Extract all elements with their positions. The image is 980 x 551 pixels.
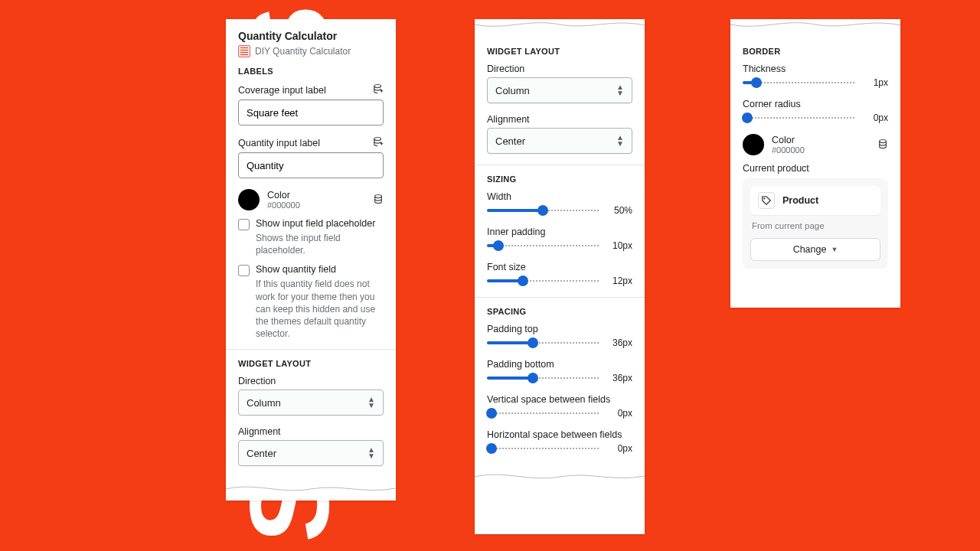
alignment-select[interactable]: Center ▲▼ [487,128,632,154]
corner-radius-slider[interactable]: Corner radius 0px [743,99,888,123]
settings-panel-layout: WIDGET LAYOUT Direction Column ▲▼ Alignm… [475,19,645,534]
chevron-updown-icon: ▲▼ [368,447,375,459]
section-sizing: SIZING [487,174,632,184]
dynamic-source-icon[interactable] [373,136,384,149]
coverage-input[interactable] [238,99,384,126]
color-swatch [238,189,260,210]
product-source-card: Product From current page Change ▼ [743,178,888,269]
svg-point-4 [763,197,765,199]
svg-point-2 [375,194,382,197]
direction-label: Direction [238,376,384,386]
horizontal-space-slider[interactable]: Horizontal space between fields 0px [487,429,632,454]
divider [475,297,645,298]
alignment-value: Center [495,135,525,147]
chevron-updown-icon: ▲▼ [616,84,624,96]
product-row: Product [750,186,880,215]
direction-select[interactable]: Column ▲▼ [487,77,632,103]
color-name: Color [772,135,805,145]
svg-point-1 [374,137,381,140]
width-label: Width [487,191,632,202]
thickness-slider[interactable]: Thickness 1px [743,64,888,88]
direction-value: Column [495,85,530,96]
horizontal-space-label: Horizontal space between fields [487,429,632,440]
alignment-select[interactable]: Center ▲▼ [238,440,384,466]
alignment-value: Center [247,448,276,459]
section-spacing: SPACING [487,307,632,316]
direction-label: Direction [487,64,632,74]
coverage-field: Coverage input label [238,83,384,126]
show-quantity-checkbox[interactable]: Show quantity field [238,264,384,276]
panel-subtitle-text: DIY Quantity Calculator [255,46,351,57]
thickness-value: 1px [861,77,888,88]
divider [226,349,396,350]
section-labels: LABELS [238,67,384,76]
product-icon [758,192,775,209]
padding-top-label: Padding top [487,324,632,334]
coverage-label: Coverage input label [238,85,326,96]
change-button-label: Change [793,244,827,255]
inner-padding-value: 10px [605,240,632,251]
app-icon [238,45,250,57]
section-widget-layout: WIDGET LAYOUT [487,47,632,56]
change-product-button[interactable]: Change ▼ [750,238,880,261]
vertical-space-slider[interactable]: Vertical space between fields 0px [487,394,632,419]
alignment-label: Alignment [487,114,632,125]
show-placeholder-label: Show input field placeholder [256,218,375,229]
wave-decoration [226,483,396,494]
dynamic-source-icon[interactable] [877,139,888,152]
corner-radius-value: 0px [861,112,888,123]
section-widget-layout: WIDGET LAYOUT [238,359,384,368]
panel-subtitle: DIY Quantity Calculator [238,45,384,57]
color-swatch [743,134,764,155]
chevron-down-icon: ▼ [831,246,838,253]
direction-select[interactable]: Column ▲▼ [238,390,384,416]
settings-panel-border: BORDER Thickness 1px Corner radius 0px C… [730,19,900,308]
panel-title: Quantity Calculator [238,30,384,42]
checkbox-icon [238,219,250,230]
thickness-label: Thickness [743,64,888,74]
show-placeholder-help: Shows the input field placeholder. [256,232,384,256]
inner-padding-slider[interactable]: Inner padding 10px [487,227,632,251]
width-value: 50% [605,205,632,216]
show-quantity-label: Show quantity field [256,264,336,275]
color-picker-row[interactable]: Color #000000 [238,189,384,210]
color-hex: #000000 [772,145,805,155]
font-size-label: Font size [487,262,632,272]
section-border: BORDER [743,47,888,56]
padding-bottom-value: 36px [605,373,632,383]
width-slider[interactable]: Width 50% [487,191,632,216]
divider [475,165,645,165]
show-placeholder-checkbox[interactable]: Show input field placeholder [238,218,384,230]
wave-decoration [475,471,645,481]
quantity-field: Quantity input label [238,136,384,178]
checkbox-icon [238,265,250,276]
product-help: From current page [752,221,879,230]
svg-point-0 [374,84,381,87]
dynamic-source-icon[interactable] [373,83,384,96]
wave-decoration [475,19,645,30]
padding-bottom-slider[interactable]: Padding bottom 36px [487,359,632,383]
product-name: Product [782,195,818,206]
alignment-label: Alignment [238,426,384,437]
direction-value: Column [247,397,281,409]
wave-decoration [730,19,900,30]
inner-padding-label: Inner padding [487,227,632,237]
font-size-slider[interactable]: Font size 12px [487,262,632,286]
padding-top-value: 36px [605,337,632,348]
current-product-label: Current product [743,163,888,174]
chevron-updown-icon: ▲▼ [616,135,624,147]
color-hex: #000000 [267,201,300,210]
vertical-space-label: Vertical space between fields [487,394,632,405]
quantity-label: Quantity input label [238,138,320,148]
corner-radius-label: Corner radius [743,99,888,109]
padding-bottom-label: Padding bottom [487,359,632,370]
padding-top-slider[interactable]: Padding top 36px [487,324,632,348]
chevron-updown-icon: ▲▼ [368,396,375,409]
settings-panel-labels: Quantity Calculator DIY Quantity Calcula… [226,19,396,500]
border-color-picker[interactable]: Color #000000 [743,134,888,155]
quantity-input[interactable] [238,152,384,178]
dynamic-source-icon[interactable] [373,194,384,207]
horizontal-space-value: 0px [605,443,632,454]
color-name: Color [267,190,300,201]
vertical-space-value: 0px [605,408,632,419]
